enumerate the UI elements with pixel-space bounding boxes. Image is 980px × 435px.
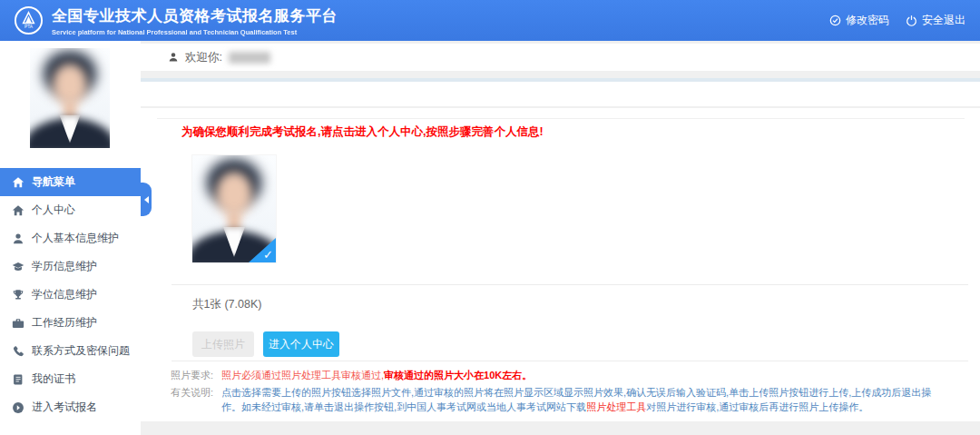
phone-icon [12,345,24,358]
photo-requirements-row: 照片要求: 照片必须通过照片处理工具审核通过,审核通过的照片大小在10K左右。 [171,368,971,382]
sidebar-item-label: 联系方式及密保问题 [32,343,130,359]
photo-tool-link[interactable]: 照片处理工具 [586,401,646,412]
sidebar-item-basic-info[interactable]: 个人基本信息维护 [0,224,141,252]
sidebar-item-work-experience[interactable]: 工作经历维护 [0,309,141,337]
sidebar-collapse-handle[interactable] [141,183,152,216]
sidebar-item-nav-menu[interactable]: 导航菜单 [0,168,141,196]
sidebar-item-label: 学位信息维护 [32,287,97,302]
instructions-row: 有关说明: 点击选择需要上传的照片按钮选择照片文件,通过审核的照片将在照片显示区… [171,385,971,414]
page-title: 全国专业技术人员资格考试报名服务平台 [52,5,338,26]
photo-count-text: 共1张 (7.08K) [192,297,261,312]
sidebar-item-my-certificates[interactable]: 我的证书 [0,365,141,393]
content-toolbar-panel [141,78,980,106]
divider [172,361,968,361]
sidebar-item-personal-center[interactable]: 个人中心 [0,196,141,224]
briefcase-icon [12,317,24,330]
change-password-label: 修改密码 [846,13,889,28]
chevron-left-icon [144,196,149,203]
welcome-bar: 欢迎你: [141,44,980,71]
certificate-icon [12,373,24,386]
sidebar-item-label: 工作经历维护 [32,315,97,331]
check-circle-icon [829,15,841,26]
logout-button[interactable]: 安全退出 [906,13,965,28]
notice-text: 为确保您顺利完成考试报名,请点击进入个人中心,按照步骤完善个人信息! [181,124,544,140]
divider [157,118,965,119]
sidebar-item-degree-info[interactable]: 学位信息维护 [0,281,141,309]
welcome-label: 欢迎你: [185,50,222,65]
uploaded-photo-preview: ✓ [192,155,276,262]
change-password-button[interactable]: 修改密码 [829,13,889,28]
user-icon [168,52,179,63]
home-icon [12,176,24,189]
logout-label: 安全退出 [922,13,965,28]
notes-section: 照片要求: 照片必须通过照片处理工具审核通过,审核通过的照片大小在10K左右。 … [171,368,971,417]
sidebar-item-enter-exam-registration[interactable]: 进入考试报名 [0,393,141,421]
page-subtitle: Service platform for National Profession… [52,28,338,36]
sidebar-item-label: 我的证书 [32,371,75,387]
requirements-label: 照片要求: [171,368,221,382]
requirements-text: 照片必须通过照片处理工具审核通过,审核通过的照片大小在10K左右。 [221,368,532,382]
sidebar-item-label: 导航菜单 [32,174,75,190]
sidebar-profile-photo [30,48,110,148]
sidebar-item-education-info[interactable]: 学历信息维护 [0,252,141,281]
divider [172,284,968,285]
trophy-icon [12,289,24,302]
power-icon [906,15,917,26]
upload-photo-button[interactable]: 上传照片 [192,331,254,357]
circle-arrow-icon [12,401,24,414]
instructions-text: 点击选择需要上传的照片按钮选择照片文件,通过审核的照片将在照片显示区域显示照片效… [221,385,947,414]
top-header-bar: PTA 全国专业技术人员资格考试报名服务平台 Service platform … [0,0,980,41]
sidebar: 导航菜单 个人中心 个人基本信息维护 学历信息维护 [0,41,141,435]
svg-text:PTA: PTA [24,25,34,29]
instructions-label: 有关说明: [171,385,221,414]
home-icon [12,204,24,217]
graduation-cap-icon [12,261,24,273]
header-titles: 全国专业技术人员资格考试报名服务平台 Service platform for … [52,5,338,36]
sidebar-item-contact-security[interactable]: 联系方式及密保问题 [0,337,141,365]
sidebar-item-label: 个人中心 [32,203,75,218]
platform-logo-icon: PTA [14,5,44,35]
sidebar-item-label: 进入考试报名 [32,400,97,415]
sidebar-item-label: 学历信息维护 [32,259,97,274]
page: PTA 全国专业技术人员资格考试报名服务平台 Service platform … [0,0,980,435]
sidebar-item-label: 个人基本信息维护 [32,231,119,246]
username-redacted [229,52,270,64]
enter-personal-center-button[interactable]: 进入个人中心 [263,331,339,357]
user-icon [12,232,24,245]
sidebar-nav: 导航菜单 个人中心 个人基本信息维护 学历信息维护 [0,168,141,421]
photo-review-panel: 为确保您顺利完成考试报名,请点击进入个人中心,按照步骤完善个人信息! ✓ 共1张… [141,108,980,421]
header-actions: 修改密码 安全退出 [829,13,965,28]
